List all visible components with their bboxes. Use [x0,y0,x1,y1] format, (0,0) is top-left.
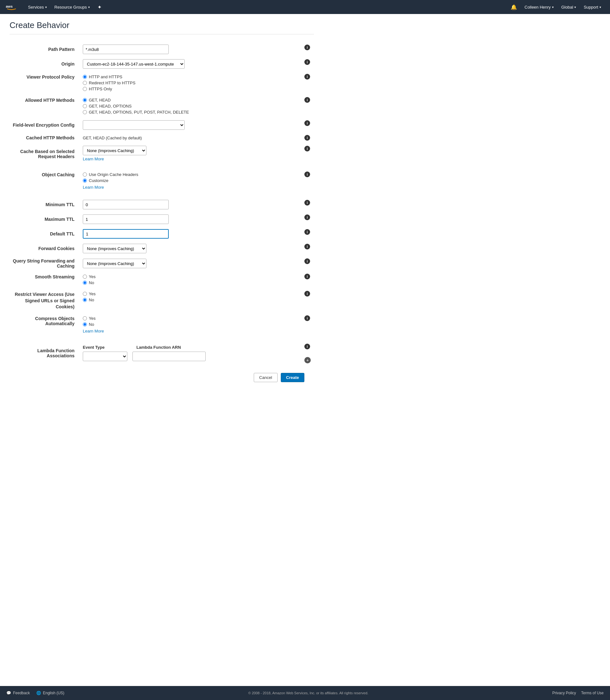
cache-headers-select[interactable]: None (Improves Caching) [83,146,146,155]
allowed-methods-radio-2[interactable] [83,110,87,114]
viewer-protocol-radio-0[interactable] [83,75,87,79]
viewer-protocol-label: Viewer Protocol Policy [10,71,80,95]
default-ttl-info-icon[interactable]: i [304,229,310,235]
object-caching-radio-0[interactable] [83,172,87,177]
nav-user[interactable]: Colleen Henry ▾ [521,0,558,14]
viewer-protocol-option-0[interactable]: HTTP and HTTPS [83,74,298,79]
lambda-event-type-select[interactable] [83,352,127,361]
object-caching-info-icon[interactable]: i [304,171,310,177]
compress-objects-radio-no[interactable] [83,322,87,327]
restrict-viewer-radio-group: Yes No [83,291,298,303]
path-pattern-label: Path Pattern [10,42,80,57]
restrict-viewer-radio-no[interactable] [83,298,87,302]
query-string-value-cell: None (Improves Caching) [80,256,301,271]
restrict-viewer-option-no[interactable]: No [83,298,298,302]
notification-bell-icon[interactable]: 🔔 [507,4,521,10]
compress-objects-radio-yes[interactable] [83,316,87,320]
allowed-methods-info-icon[interactable]: i [304,97,310,103]
cancel-button[interactable]: Cancel [254,373,277,382]
object-caching-learn-more[interactable]: Learn More [83,185,298,190]
default-ttl-input[interactable] [83,229,169,239]
navbar: aws Services ▾ Resource Groups ▾ ✦ 🔔 Col… [0,0,610,14]
lambda-label: Lambda Function Associations [10,341,80,365]
query-string-select[interactable]: None (Improves Caching) [83,259,146,268]
origin-row: Origin Custom-ec2-18-144-35-147.us-west-… [10,57,314,71]
max-ttl-input[interactable] [83,214,169,224]
allowed-methods-option-1[interactable]: GET, HEAD, OPTIONS [83,104,298,109]
nav-region[interactable]: Global ▾ [558,0,580,14]
cache-headers-learn-more[interactable]: Learn More [83,156,298,161]
origin-info-icon[interactable]: i [304,59,310,65]
path-pattern-info-icon[interactable]: i [304,45,310,50]
services-caret-icon: ▾ [45,5,47,9]
allowed-methods-radio-1[interactable] [83,104,87,108]
query-string-info-icon[interactable]: i [304,259,310,264]
field-encryption-select[interactable] [83,120,184,130]
allowed-methods-option-2[interactable]: GET, HEAD, OPTIONS, PUT, POST, PATCH, DE… [83,110,298,115]
compress-objects-option-yes[interactable]: Yes [83,316,298,321]
compress-objects-learn-more[interactable]: Learn More [83,329,298,333]
restrict-viewer-row: Restrict Viewer Access (Use Signed URLs … [10,288,314,313]
create-button[interactable]: Create [281,373,304,382]
viewer-protocol-info-icon[interactable]: i [304,74,310,80]
smooth-streaming-radio-yes[interactable] [83,274,87,279]
allowed-methods-row: Allowed HTTP Methods GET, HEAD GET, HEAD… [10,95,314,118]
page-title: Create Behavior [10,20,314,34]
lambda-add-icon[interactable]: + [304,357,311,363]
cache-headers-info-icon[interactable]: i [304,146,310,151]
origin-select[interactable]: Custom-ec2-18-144-35-147.us-west-1.compu… [83,59,184,69]
compress-objects-info-icon[interactable]: i [304,315,310,321]
nav-pin[interactable]: ✦ [94,0,106,14]
field-encryption-info-icon[interactable]: i [304,120,310,126]
object-caching-value-cell: Use Origin Cache Headers Customize Learn… [80,169,301,192]
min-ttl-info-icon[interactable]: i [304,200,310,205]
field-encryption-value-cell [80,118,301,132]
viewer-protocol-radio-2[interactable] [83,87,87,91]
nav-right: 🔔 Colleen Henry ▾ Global ▾ Support ▾ [507,0,605,14]
aws-logo[interactable]: aws [5,3,18,11]
min-ttl-input[interactable] [83,200,169,210]
allowed-methods-radio-0[interactable] [83,98,87,102]
max-ttl-info-icon[interactable]: i [304,214,310,220]
object-caching-label: Object Caching [10,169,80,192]
lambda-arn-input[interactable] [132,352,206,361]
object-caching-radio-1[interactable] [83,179,87,183]
cached-methods-info-icon[interactable]: i [304,135,310,140]
smooth-streaming-info-icon[interactable]: i [304,273,310,279]
field-encryption-row: Field-level Encryption Config i [10,118,314,132]
smooth-streaming-radio-no[interactable] [83,281,87,285]
nav-services[interactable]: Services ▾ [24,0,51,14]
allowed-methods-value-cell: GET, HEAD GET, HEAD, OPTIONS GET, HEAD, … [80,95,301,118]
compress-objects-radio-group: Yes No [83,315,298,328]
smooth-streaming-label: Smooth Streaming [10,271,80,288]
query-string-label: Query String Forwarding and Caching [10,256,80,271]
nav-resource-groups[interactable]: Resource Groups ▾ [51,0,94,14]
restrict-viewer-radio-yes[interactable] [83,292,87,296]
buttons-row: Cancel Create [10,373,314,382]
smooth-streaming-option-yes[interactable]: Yes [83,274,298,279]
allowed-methods-label: Allowed HTTP Methods [10,95,80,118]
compress-objects-option-no[interactable]: No [83,322,298,327]
nav-support[interactable]: Support ▾ [580,0,605,14]
viewer-protocol-radio-1[interactable] [83,81,87,85]
object-caching-option-1[interactable]: Customize [83,178,298,183]
object-caching-option-0[interactable]: Use Origin Cache Headers [83,172,298,177]
path-pattern-input[interactable] [83,45,169,54]
origin-value-cell: Custom-ec2-18-144-35-147.us-west-1.compu… [80,57,301,71]
object-caching-radio-group: Use Origin Cache Headers Customize [83,171,298,184]
viewer-protocol-option-2[interactable]: HTTPS Only [83,86,298,91]
cached-methods-label: Cached HTTP Methods [10,132,80,143]
path-pattern-value-cell [80,42,301,57]
forward-cookies-select[interactable]: None (Improves Caching) [83,244,146,253]
smooth-streaming-option-no[interactable]: No [83,280,298,285]
restrict-viewer-info-icon[interactable]: i [304,291,310,297]
lambda-info-icon[interactable]: i [304,344,310,349]
min-ttl-value-cell [80,197,301,212]
min-ttl-label: Minimum TTL [10,197,80,212]
restrict-viewer-option-yes[interactable]: Yes [83,291,298,296]
resource-groups-caret-icon: ▾ [88,5,90,9]
allowed-methods-option-0[interactable]: GET, HEAD [83,98,298,102]
allowed-methods-radio-group: GET, HEAD GET, HEAD, OPTIONS GET, HEAD, … [83,97,298,115]
viewer-protocol-option-1[interactable]: Redirect HTTP to HTTPS [83,81,298,85]
forward-cookies-info-icon[interactable]: i [304,244,310,249]
